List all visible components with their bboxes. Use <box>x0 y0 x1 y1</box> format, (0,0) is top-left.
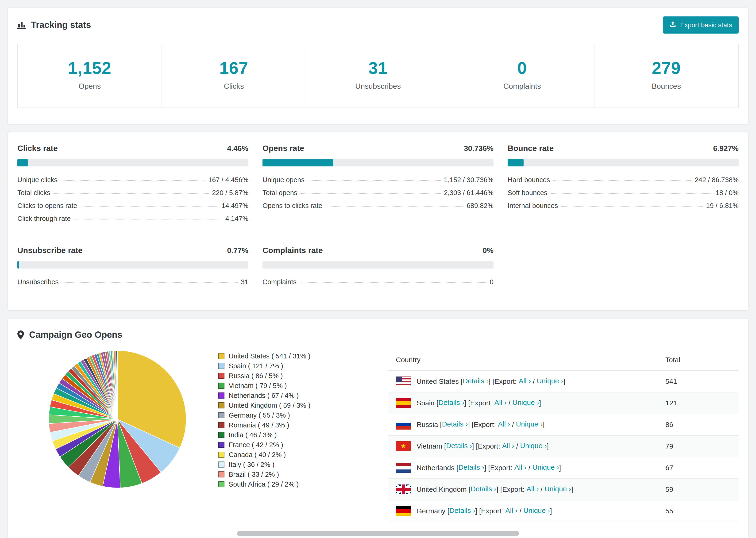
legend-item-united-kingdom: United Kingdom ( 59 / 3% ) <box>218 401 336 410</box>
export-unique-link[interactable]: Unique › <box>520 442 547 450</box>
rate-row-complaints: Complaints0 <box>262 276 494 289</box>
export-unique-link[interactable]: Unique › <box>544 485 571 493</box>
stat-box-complaints: 0Complaints <box>450 44 594 108</box>
flag-spain-icon <box>396 398 411 408</box>
rate-row-value: 18 / 0% <box>716 189 739 197</box>
rate-row-value: 14.497% <box>222 202 249 210</box>
country-cell: United Kingdom [Details ›] [Export: All … <box>388 479 658 500</box>
rate-title: Clicks rate <box>17 144 58 153</box>
legend-item-vietnam: Vietnam ( 79 / 5% ) <box>218 381 336 391</box>
rate-row-value: 2,303 / 61.446% <box>444 189 494 197</box>
bracket: ] <box>539 399 541 407</box>
rate-block-unsubscribe-rate: Unsubscribe rate0.77%Unsubscribes31 <box>17 246 248 289</box>
progress-bar <box>262 261 494 269</box>
legend-item-germany: Germany ( 55 / 3% ) <box>218 410 336 420</box>
export-unique-link[interactable]: Unique › <box>516 420 542 428</box>
legend-swatch <box>218 402 225 408</box>
details-link[interactable]: Details › <box>449 507 475 514</box>
total-value: 67 <box>658 457 739 479</box>
tracking-stats-card: Tracking stats Export basic stats 1,152O… <box>8 8 748 125</box>
legend-swatch <box>218 452 225 458</box>
stat-box-opens: 1,152Opens <box>18 44 162 108</box>
stat-value: 31 <box>306 58 450 78</box>
legend-label: Germany ( 55 / 3% ) <box>229 410 290 420</box>
rate-block-bounce-rate: Bounce rate6.927%Hard bounces242 / 86.73… <box>508 144 739 225</box>
legend-item-canada: Canada ( 40 / 2% ) <box>218 450 336 459</box>
table-row-united-kingdom: United Kingdom [Details ›] [Export: All … <box>388 479 739 500</box>
progress-bar-fill <box>262 159 333 166</box>
export-all-link[interactable]: All › <box>505 507 517 514</box>
rate-title: Bounce rate <box>508 144 554 153</box>
export-unique-link[interactable]: Unique › <box>537 377 563 385</box>
progress-bar-fill <box>508 159 523 166</box>
legend-item-romania: Romania ( 49 / 3% ) <box>218 420 336 430</box>
dotted-leader <box>300 282 486 283</box>
details-link[interactable]: Details › <box>463 377 489 385</box>
flag-netherlands-icon <box>396 463 411 473</box>
flag-united-kingdom-icon <box>396 484 411 494</box>
export-all-link[interactable]: All › <box>495 399 507 406</box>
dotted-leader <box>561 206 703 207</box>
export-all-link[interactable]: All › <box>502 442 514 450</box>
total-value: 79 <box>658 435 739 457</box>
stat-box-unsubscribes: 31Unsubscribes <box>306 44 450 108</box>
progress-bar <box>17 261 248 269</box>
dotted-leader <box>54 193 209 194</box>
table-row-netherlands: Netherlands [Details ›] [Export: All › /… <box>388 457 739 479</box>
export-unique-link[interactable]: Unique › <box>513 399 539 406</box>
rate-row-hard-bounces: Hard bounces242 / 86.738% <box>508 174 739 187</box>
rate-row-label: Internal bounces <box>508 202 558 210</box>
stat-box-bounces: 279Bounces <box>594 44 738 108</box>
details-link[interactable]: Details › <box>470 485 496 493</box>
legend-swatch <box>218 383 225 389</box>
horizontal-scrollbar-thumb[interactable] <box>237 531 519 536</box>
bracket: / <box>539 485 544 493</box>
legend-label: France ( 42 / 2% ) <box>229 440 283 450</box>
legend-label: United States ( 541 / 31% ) <box>229 351 310 361</box>
rate-percentage: 0.77% <box>227 246 248 255</box>
export-all-link[interactable]: All › <box>527 485 539 493</box>
country-cell: Vietnam [Details ›] [Export: All › / Uni… <box>388 435 658 457</box>
table-row-spain: Spain [Details ›] [Export: All › / Uniqu… <box>388 392 739 414</box>
table-row-vietnam: Vietnam [Details ›] [Export: All › / Uni… <box>388 435 739 457</box>
legend-swatch <box>218 481 225 487</box>
total-value: 121 <box>658 392 739 414</box>
flag-vietnam-icon <box>396 441 411 451</box>
legend-label: Russia ( 86 / 5% ) <box>229 371 283 381</box>
details-link[interactable]: Details › <box>438 399 464 406</box>
rate-header: Clicks rate4.46% <box>17 144 248 153</box>
export-unique-link[interactable]: Unique › <box>523 507 550 514</box>
rate-percentage: 4.46% <box>227 144 248 153</box>
export-unique-link[interactable]: Unique › <box>532 463 559 471</box>
rate-block-clicks-rate: Clicks rate4.46%Unique clicks167 / 4.456… <box>17 144 248 225</box>
tracking-stats-header: Tracking stats Export basic stats <box>17 17 739 33</box>
tracking-stats-title-text: Tracking stats <box>31 20 91 30</box>
legend-item-france: France ( 42 / 2% ) <box>218 440 336 450</box>
export-all-link[interactable]: All › <box>514 463 527 471</box>
rate-row-unique-clicks: Unique clicks167 / 4.456% <box>17 174 248 187</box>
total-value: 86 <box>658 414 739 435</box>
details-link[interactable]: Details › <box>458 463 484 471</box>
legend-label: Romania ( 49 / 3% ) <box>229 420 289 430</box>
export-all-link[interactable]: All › <box>498 420 510 428</box>
legend-label: India ( 46 / 3% ) <box>229 430 277 440</box>
legend-item-russia: Russia ( 86 / 5% ) <box>218 371 336 381</box>
details-link[interactable]: Details › <box>442 420 468 428</box>
progress-bar <box>262 159 494 166</box>
rate-row-clicks-to-opens-rate: Clicks to opens rate14.497% <box>17 199 248 212</box>
rate-row-value: 242 / 86.738% <box>695 176 739 184</box>
rate-row-label: Opens to clicks rate <box>262 202 322 210</box>
dotted-leader <box>81 206 218 207</box>
legend-swatch <box>218 422 225 428</box>
rate-rows: Unsubscribes31 <box>17 276 248 289</box>
stat-label: Clicks <box>162 82 306 91</box>
export-all-link[interactable]: All › <box>519 377 531 385</box>
stat-label: Bounces <box>594 82 738 91</box>
rate-row-label: Total opens <box>262 189 297 197</box>
stats-row: 1,152Opens167Clicks31Unsubscribes0Compla… <box>17 44 739 108</box>
details-link[interactable]: Details › <box>446 442 472 450</box>
page: Tracking stats Export basic stats 1,152O… <box>0 0 756 538</box>
export-basic-stats-button[interactable]: Export basic stats <box>663 17 739 33</box>
rates-grid: Clicks rate4.46%Unique clicks167 / 4.456… <box>17 144 739 289</box>
bracket: ] <box>543 421 544 428</box>
